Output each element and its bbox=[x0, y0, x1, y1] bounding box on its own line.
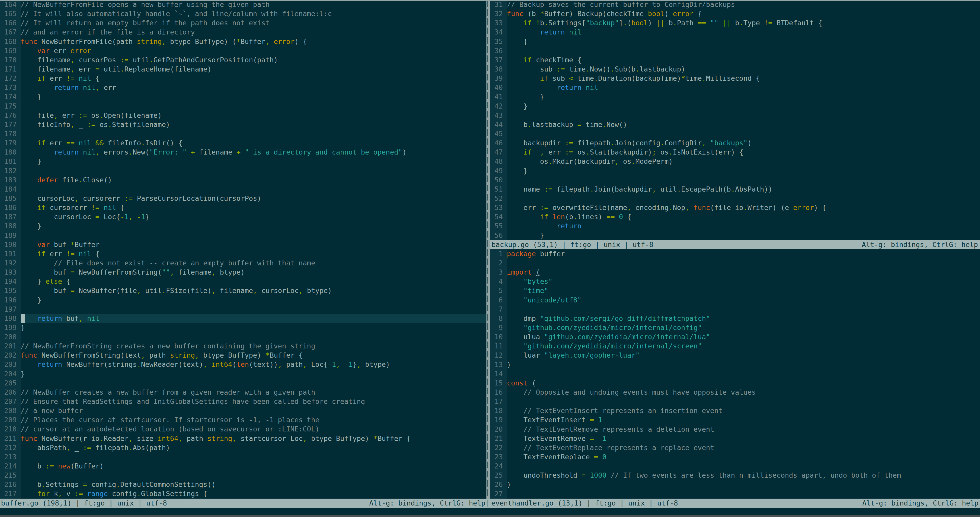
code-line[interactable]: 203 return NewBuffer(strings.NewReader(t… bbox=[0, 360, 487, 369]
code-line[interactable]: 189 bbox=[0, 231, 487, 240]
code-line[interactable]: 23 TextEventReplace = 0 bbox=[490, 452, 980, 461]
code-line[interactable]: 18 // TextEventInsert represents an inse… bbox=[490, 406, 980, 415]
code-line[interactable]: 174 } bbox=[0, 92, 487, 101]
code-line[interactable]: 198 return buf, nil bbox=[0, 314, 487, 323]
code-line[interactable]: 171 filename, err = util.ReplaceHome(fil… bbox=[0, 65, 487, 74]
code-line[interactable]: 52 bbox=[490, 194, 980, 203]
code-line[interactable]: 166// It will return an empty buffer if … bbox=[0, 18, 487, 27]
code-line[interactable]: 199} bbox=[0, 323, 487, 332]
code-line[interactable]: 50 bbox=[490, 176, 980, 185]
code-line[interactable]: 35 } bbox=[490, 37, 980, 46]
code-line[interactable]: 17 bbox=[490, 397, 980, 406]
code-line[interactable]: 12 luar "layeh.com/gopher-luar" bbox=[490, 351, 980, 360]
code-line[interactable]: 41 } bbox=[490, 92, 980, 101]
code-line[interactable]: 213 bbox=[0, 452, 487, 461]
editor-pane-buffer-go[interactable]: 164// NewBufferFromFile opens a new buff… bbox=[0, 0, 487, 499]
editor-pane-backup-go[interactable]: 31// Backup saves the current buffer to … bbox=[490, 0, 980, 240]
code-line[interactable]: 9 "github.com/zyedidia/micro/internal/co… bbox=[490, 323, 980, 332]
code-line[interactable]: 179 if err == nil && fileInfo.IsDir() { bbox=[0, 139, 487, 148]
code-line[interactable]: 25 undoThreshold = 1000 // If two events… bbox=[490, 471, 980, 480]
code-line[interactable]: 39 if sub < time.Duration(backupTime)*ti… bbox=[490, 74, 980, 83]
code-line[interactable]: 5 "time" bbox=[490, 286, 980, 295]
code-line[interactable]: 4 "bytes" bbox=[490, 277, 980, 286]
code-line[interactable]: 206// NewBuffer creates a new buffer fro… bbox=[0, 388, 487, 397]
code-line[interactable]: 48 os.Mkdir(backupdir, os.ModePerm) bbox=[490, 157, 980, 166]
code-line[interactable]: 210// cursor at an autodetected location… bbox=[0, 424, 487, 434]
code-line[interactable]: 186 if cursorerr != nil { bbox=[0, 203, 487, 212]
code-line[interactable]: 191 if err != nil { bbox=[0, 249, 487, 258]
code-line[interactable]: 194 } else { bbox=[0, 277, 487, 286]
code-line[interactable]: 10 ulua "github.com/zyedidia/micro/inter… bbox=[490, 332, 980, 341]
code-line[interactable]: 204} bbox=[0, 369, 487, 378]
code-line[interactable]: 211func NewBuffer(r io.Reader, size int6… bbox=[0, 434, 487, 443]
code-line[interactable]: 197 bbox=[0, 305, 487, 314]
code-line[interactable]: 172 if err != nil { bbox=[0, 74, 487, 83]
code-line[interactable]: 47 if _, err := os.Stat(backupdir); os.I… bbox=[490, 148, 980, 157]
code-line[interactable]: 217 for k, v := range config.GlobalSetti… bbox=[0, 489, 487, 498]
code-line[interactable]: 1package buffer bbox=[490, 249, 980, 258]
code-line[interactable]: 195 buf = NewBuffer(file, util.FSize(fil… bbox=[0, 286, 487, 295]
code-line[interactable]: 31// Backup saves the current buffer to … bbox=[490, 0, 980, 9]
code-line[interactable]: 22 // TextEventReplace represents a repl… bbox=[490, 443, 980, 452]
code-line[interactable]: 180 return nil, errors.New("Error: " + f… bbox=[0, 148, 487, 157]
code-line[interactable]: 192 // File does not exist -- create an … bbox=[0, 258, 487, 268]
code-line[interactable]: 8 dmp "github.com/sergi/go-diff/diffmatc… bbox=[490, 314, 980, 323]
code-line[interactable]: 187 cursorLoc = Loc{-1, -1} bbox=[0, 212, 487, 222]
code-line[interactable]: 200 bbox=[0, 332, 487, 341]
code-line[interactable]: 182 bbox=[0, 166, 487, 176]
code-line[interactable]: 44 b.lastbackup = time.Now() bbox=[490, 120, 980, 129]
code-line[interactable]: 167// and an error if the file is a dire… bbox=[0, 27, 487, 37]
code-line[interactable]: 45 bbox=[490, 129, 980, 139]
code-line[interactable]: 42 } bbox=[490, 102, 980, 111]
code-line[interactable]: 46 backupdir := filepath.Join(config.Con… bbox=[490, 139, 980, 148]
code-line[interactable]: 176 file, err := os.Open(filename) bbox=[0, 111, 487, 120]
code-line[interactable]: 33 if !b.Settings["backup"].(bool) || b.… bbox=[490, 18, 980, 27]
code-line[interactable]: 185 cursorLoc, cursorerr := ParseCursorL… bbox=[0, 194, 487, 203]
code-line[interactable]: 13) bbox=[490, 360, 980, 369]
code-line[interactable]: 32func (b *Buffer) Backup(checkTime bool… bbox=[490, 9, 980, 18]
code-line[interactable]: 54 if len(b.lines) == 0 { bbox=[490, 212, 980, 222]
code-line[interactable]: 190 var buf *Buffer bbox=[0, 240, 487, 249]
code-line[interactable]: 215 bbox=[0, 471, 487, 480]
code-line[interactable]: 209// Places the cursor at startcursor. … bbox=[0, 415, 487, 424]
code-line[interactable]: 40 return nil bbox=[490, 83, 980, 92]
code-line[interactable]: 51 name := filepath.Join(backupdir, util… bbox=[490, 185, 980, 194]
code-line[interactable]: 3import ( bbox=[490, 268, 980, 277]
code-line[interactable]: 37 if checkTime { bbox=[490, 56, 980, 65]
code-line[interactable]: 53 err := overwriteFile(name, encoding.N… bbox=[490, 203, 980, 212]
code-line[interactable]: 170 filename, cursorPos := util.GetPathA… bbox=[0, 56, 487, 65]
code-line[interactable]: 11 "github.com/zyedidia/micro/internal/s… bbox=[490, 341, 980, 351]
code-line[interactable]: 181 } bbox=[0, 157, 487, 166]
code-line[interactable]: 27 bbox=[490, 490, 980, 499]
code-line[interactable]: 175 bbox=[0, 102, 487, 111]
code-line[interactable]: 38 sub := time.Now().Sub(b.lastbackup) bbox=[490, 65, 980, 74]
code-line[interactable]: 207// Ensure that ReadSettings and InitG… bbox=[0, 397, 487, 406]
code-line[interactable]: 49 } bbox=[490, 166, 980, 176]
code-line[interactable]: 43 bbox=[490, 111, 980, 120]
code-line[interactable]: 15const ( bbox=[490, 378, 980, 388]
code-line[interactable]: 177 fileInfo, _ := os.Stat(filename) bbox=[0, 120, 487, 129]
code-line[interactable]: 196 } bbox=[0, 295, 487, 305]
code-line[interactable]: 14 bbox=[490, 369, 980, 378]
code-line[interactable]: 168func NewBufferFromFile(path string, b… bbox=[0, 37, 487, 46]
code-line[interactable]: 2 bbox=[490, 258, 980, 268]
code-line[interactable]: 205 bbox=[0, 378, 487, 388]
code-line[interactable]: 212 absPath, _ := filepath.Abs(path) bbox=[0, 443, 487, 452]
code-line[interactable]: 56 } bbox=[490, 231, 980, 240]
code-line[interactable]: 55 return bbox=[490, 222, 980, 231]
code-line[interactable]: 201// NewBufferFromString creates a new … bbox=[0, 341, 487, 351]
code-line[interactable]: 202func NewBufferFromString(text, path s… bbox=[0, 351, 487, 360]
code-line[interactable]: 6 "unicode/utf8" bbox=[490, 295, 980, 305]
code-line[interactable]: 24 bbox=[490, 461, 980, 471]
code-line[interactable]: 34 return nil bbox=[490, 27, 980, 37]
code-line[interactable]: 178 bbox=[0, 129, 487, 139]
code-line[interactable]: 173 return nil, err bbox=[0, 83, 487, 92]
code-line[interactable]: 16 // Opposite and undoing events must h… bbox=[490, 388, 980, 397]
code-line[interactable]: 183 defer file.Close() bbox=[0, 176, 487, 185]
code-line[interactable]: 164// NewBufferFromFile opens a new buff… bbox=[0, 0, 487, 9]
code-line[interactable]: 169 var err error bbox=[0, 46, 487, 56]
code-line[interactable]: 21 TextEventRemove = -1 bbox=[490, 434, 980, 443]
code-line[interactable]: 188 } bbox=[0, 222, 487, 231]
code-line[interactable]: 7 bbox=[490, 305, 980, 314]
code-line[interactable]: 36 bbox=[490, 46, 980, 56]
